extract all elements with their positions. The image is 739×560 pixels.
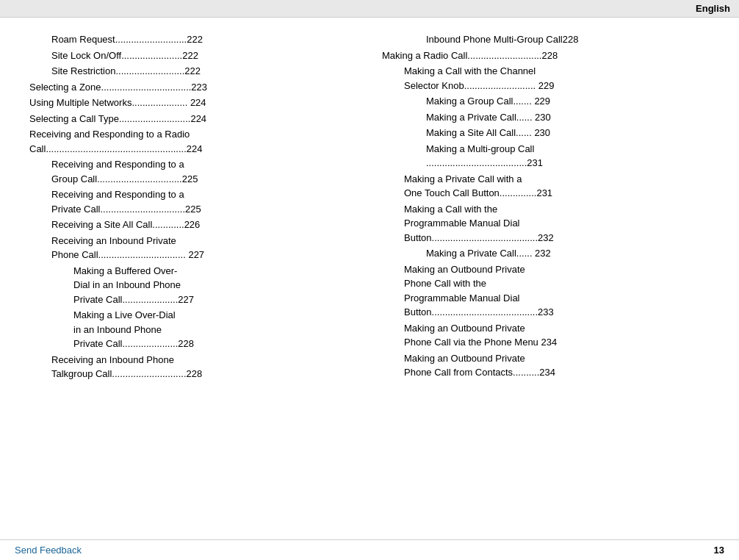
list-item: Making an Outbound PrivatePhone Call wit… [404,262,724,320]
list-item: Making a Call with theProgrammable Manua… [404,202,724,245]
list-item: Making a Radio Call.....................… [382,49,724,63]
footer: Send Feedback 13 [0,539,739,560]
list-item: Using Multiple Networks.................… [29,96,353,110]
main-content: Roam Request...........................2… [0,18,739,538]
list-item: Making an Outbound PrivatePhone Call fro… [404,351,724,380]
left-column: Roam Request...........................2… [0,32,367,538]
list-item: Making a Multi-group Call...............… [426,142,724,170]
page-number: 13 [714,545,724,556]
list-item: Making a Live Over-Dialin an Inbound Pho… [73,308,353,351]
list-item: Receiving an Inbound PhoneTalkgroup Call… [51,353,353,381]
list-item: Receiving an Inbound PrivatePhone Call..… [51,234,353,262]
list-item: Receiving and Responding to a RadioCall.… [29,127,353,156]
list-item: Making a Group Call....... 229 [426,94,724,109]
language-label: English [696,3,730,14]
list-item: Making a Call with the ChannelSelector K… [404,64,724,93]
list-item: Receiving and Responding to aGroup Call.… [51,157,353,186]
list-item: Making a Buffered Over-Dial in an Inboun… [73,264,353,307]
list-item: Selecting a Zone........................… [29,80,353,95]
list-item: Site Lock On/Off.......................2… [51,49,353,63]
list-item: Making a Site All Call...... 230 [426,126,724,140]
list-item: Making a Private Call with aOne Touch Ca… [404,172,724,201]
send-feedback-link[interactable]: Send Feedback [15,545,82,556]
right-column: Inbound Phone Multi-Group Call228 Making… [367,32,739,538]
list-item: Making a Private Call...... 232 [426,246,724,261]
list-item: Selecting a Call Type...................… [29,112,353,126]
header: English [0,0,739,18]
list-item: Inbound Phone Multi-Group Call228 [426,32,724,47]
list-item: Receiving a Site All Call............226 [51,218,353,232]
page: English Roam Request....................… [0,0,739,560]
list-item: Site Restriction........................… [51,64,353,79]
list-item: Making an Outbound PrivatePhone Call via… [404,321,724,350]
list-item: Making a Private Call...... 230 [426,110,724,125]
list-item: Receiving and Responding to aPrivate Cal… [51,187,353,216]
list-item: Roam Request...........................2… [51,32,353,47]
